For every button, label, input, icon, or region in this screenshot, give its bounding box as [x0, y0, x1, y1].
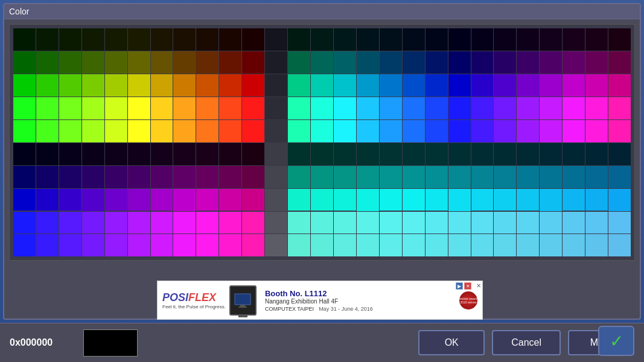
color-cell[interactable]: [563, 120, 585, 142]
color-cell[interactable]: [36, 234, 59, 256]
color-cell[interactable]: [608, 212, 631, 234]
color-cell[interactable]: [13, 166, 36, 188]
color-cell[interactable]: [494, 51, 516, 74]
color-cell[interactable]: [426, 74, 448, 97]
color-cell[interactable]: [105, 51, 127, 74]
color-cell[interactable]: [471, 166, 494, 188]
color-cell[interactable]: [563, 28, 585, 51]
color-cell[interactable]: [426, 51, 448, 74]
color-cell[interactable]: [13, 234, 36, 256]
color-cell[interactable]: [494, 166, 516, 188]
color-cell[interactable]: [311, 166, 333, 188]
color-cell[interactable]: [540, 74, 562, 97]
color-cell[interactable]: [265, 74, 287, 97]
color-cell[interactable]: [380, 28, 402, 51]
color-cell[interactable]: [219, 189, 241, 211]
color-cell[interactable]: [585, 51, 608, 74]
color-cell[interactable]: [540, 166, 562, 188]
color-cell[interactable]: [517, 51, 539, 74]
color-cell[interactable]: [403, 120, 425, 142]
color-cell[interactable]: [426, 212, 448, 234]
color-cell[interactable]: [59, 97, 81, 119]
color-cell[interactable]: [151, 189, 173, 211]
color-cell[interactable]: [128, 74, 150, 97]
color-cell[interactable]: [242, 212, 264, 234]
color-cell[interactable]: [288, 234, 310, 256]
color-cell[interactable]: [265, 97, 287, 119]
color-cell[interactable]: [471, 234, 494, 256]
color-cell[interactable]: [494, 120, 516, 142]
color-cell[interactable]: [563, 166, 585, 188]
color-cell[interactable]: [311, 97, 333, 119]
color-cell[interactable]: [196, 166, 218, 188]
color-cell[interactable]: [173, 97, 196, 119]
color-cell[interactable]: [426, 166, 448, 188]
color-cell[interactable]: [196, 143, 218, 165]
color-cell[interactable]: [403, 234, 425, 256]
color-cell[interactable]: [105, 120, 127, 142]
color-cell[interactable]: [585, 143, 608, 165]
color-cell[interactable]: [265, 234, 287, 256]
color-cell[interactable]: [334, 74, 356, 97]
color-cell[interactable]: [59, 51, 81, 74]
color-cell[interactable]: [517, 143, 539, 165]
color-cell[interactable]: [105, 189, 127, 211]
color-cell[interactable]: [540, 189, 562, 211]
color-cell[interactable]: [403, 212, 425, 234]
color-cell[interactable]: [105, 97, 127, 119]
nav-next-button[interactable]: ✓: [598, 326, 634, 356]
color-cell[interactable]: [448, 189, 471, 211]
color-cell[interactable]: [334, 143, 356, 165]
color-cell[interactable]: [311, 189, 333, 211]
color-cell[interactable]: [288, 51, 310, 74]
color-cell[interactable]: [403, 166, 425, 188]
color-cell[interactable]: [563, 234, 585, 256]
color-cell[interactable]: [13, 51, 36, 74]
color-cell[interactable]: [608, 234, 631, 256]
color-cell[interactable]: [151, 212, 173, 234]
color-cell[interactable]: [196, 28, 218, 51]
color-cell[interactable]: [380, 166, 402, 188]
color-cell[interactable]: [105, 143, 127, 165]
color-cell[interactable]: [494, 28, 516, 51]
color-cell[interactable]: [380, 189, 402, 211]
color-cell[interactable]: [380, 212, 402, 234]
color-cell[interactable]: [288, 189, 310, 211]
color-cell[interactable]: [380, 143, 402, 165]
color-cell[interactable]: [265, 120, 287, 142]
color-cell[interactable]: [517, 120, 539, 142]
color-cell[interactable]: [265, 28, 287, 51]
color-cell[interactable]: [334, 234, 356, 256]
color-cell[interactable]: [540, 234, 562, 256]
color-cell[interactable]: [128, 234, 150, 256]
color-cell[interactable]: [36, 212, 59, 234]
color-cell[interactable]: [380, 120, 402, 142]
color-cell[interactable]: [242, 97, 264, 119]
color-cell[interactable]: [288, 28, 310, 51]
color-cell[interactable]: [128, 28, 150, 51]
color-cell[interactable]: [128, 166, 150, 188]
color-cell[interactable]: [585, 74, 608, 97]
color-cell[interactable]: [563, 74, 585, 97]
color-cell[interactable]: [563, 143, 585, 165]
color-cell[interactable]: [82, 51, 104, 74]
color-cell[interactable]: [380, 234, 402, 256]
color-cell[interactable]: [380, 97, 402, 119]
color-cell[interactable]: [128, 51, 150, 74]
color-cell[interactable]: [288, 97, 310, 119]
color-cell[interactable]: [173, 143, 196, 165]
color-cell[interactable]: [59, 189, 81, 211]
color-cell[interactable]: [311, 51, 333, 74]
color-cell[interactable]: [334, 51, 356, 74]
color-cell[interactable]: [334, 97, 356, 119]
color-cell[interactable]: [82, 212, 104, 234]
color-cell[interactable]: [196, 74, 218, 97]
color-cell[interactable]: [173, 166, 196, 188]
color-cell[interactable]: [173, 74, 196, 97]
color-cell[interactable]: [196, 189, 218, 211]
color-cell[interactable]: [36, 97, 59, 119]
color-cell[interactable]: [448, 120, 471, 142]
color-cell[interactable]: [13, 143, 36, 165]
color-cell[interactable]: [540, 28, 562, 51]
color-cell[interactable]: [265, 189, 287, 211]
